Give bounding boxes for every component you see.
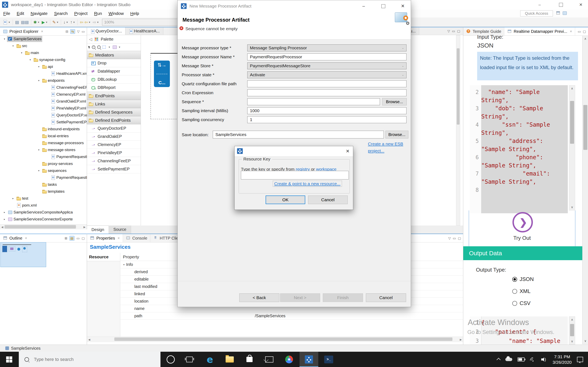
dialog-close-button[interactable]: ✕ [342,146,353,156]
forward-button[interactable]: ⇨▼ [92,18,100,26]
panel-vertical-scrollbar[interactable]: ∧ ∨ [582,35,588,344]
marquee-tool-icon[interactable] [103,46,106,49]
tree-item[interactable]: ▸ test [0,195,87,202]
perspective-icon[interactable] [556,11,561,16]
palette-entry[interactable]: QueryDoctorEP [87,124,141,133]
properties-horizontal-scrollbar[interactable]: ◀ ▶ [87,337,463,342]
expand-arrow-icon[interactable]: ▾ [11,44,16,47]
menu-item[interactable]: File [0,11,13,16]
field-input[interactable]: 1000 [247,107,406,114]
tree-item[interactable]: tasks [0,181,87,188]
expand-arrow-icon[interactable]: ▸ [11,197,16,200]
input-json-scrollbar[interactable]: ∧ ∨ [569,85,575,210]
maximize-view-icon[interactable]: ▢ [82,236,85,240]
minimize-view-icon[interactable]: ▭ [453,236,456,240]
editor-mode-tab[interactable]: Design [87,225,109,234]
tree-item[interactable]: SettlePaymentEP.xml [0,119,87,125]
tree-item[interactable]: PineValleyEP.xml [0,105,87,112]
panel-tab[interactable]: Console ✕ [123,234,150,242]
tree-item[interactable]: GrandOakEP.xml [0,98,87,105]
window-minimize-button[interactable]: – [532,0,547,9]
tree-item[interactable]: pom.xml [0,202,87,209]
menu-item[interactable]: Project [71,11,91,16]
scroll-down-icon[interactable]: ∨ [569,204,575,210]
field-dropdown[interactable]: Message Sampling Processor ⌄ [247,44,406,51]
tree-item[interactable]: ▸ SampleServicesConnectorExporte [0,216,87,223]
action-center-icon[interactable] [577,357,583,362]
taskbar-mail[interactable] [260,352,279,367]
field-dropdown[interactable]: PaymentRequestMessageStore ⌄ [247,62,406,69]
scrollbar-thumb[interactable] [570,101,574,144]
battery-icon[interactable] [518,358,525,361]
minimize-view-icon[interactable]: ▭ [82,30,85,33]
start-button[interactable] [0,352,18,367]
maximize-view-icon[interactable]: ▢ [583,30,586,33]
task-view-button[interactable] [180,352,199,367]
canvas-vertical-scrollbar[interactable] [456,35,460,225]
output-json-scrollbar[interactable]: ∧ ∨ [569,317,575,345]
taskbar-edge[interactable]: e [200,352,219,367]
search-input[interactable] [34,357,136,362]
expand-arrow-icon[interactable]: ▾ [122,263,126,266]
palette-entry[interactable]: GrandOakEP [87,133,141,141]
tree-item[interactable]: local-entries [0,133,87,140]
collapse-palette-icon[interactable]: ◁ [89,37,92,42]
palette-entry[interactable]: SettlePaymentEP [87,165,141,173]
note-tool-icon[interactable] [112,45,116,49]
minimize-view-icon[interactable]: ▭ [77,236,80,240]
finish-button[interactable]: Finish [323,293,363,302]
tree-item[interactable]: ▾ synapse-config [0,56,87,63]
palette-entry[interactable]: DataMapper [87,67,141,75]
scroll-up-icon[interactable]: ∧ [569,85,575,92]
back-button[interactable]: ⇦ ⇦▼ [79,18,92,26]
menu-item[interactable]: Edit [13,11,27,16]
menu-item[interactable]: Help [127,11,142,16]
view-menu-icon[interactable]: ▽ [447,29,450,33]
view-menu-icon[interactable]: ▽ [77,30,80,33]
expand-arrow-icon[interactable]: ▾ [28,58,33,61]
palette-entry[interactable]: Defined Sequences [87,108,141,116]
close-tab-icon[interactable]: ✕ [41,30,43,33]
expand-arrow-icon[interactable]: ▸ [2,218,7,221]
tree-item[interactable]: message-processors [0,140,87,146]
try-out-button[interactable]: ❯ [512,212,533,233]
palette-entry[interactable]: Defined EndPoints [87,116,141,124]
tree-item[interactable]: ▾ SampleServices [0,35,87,42]
panel-tab[interactable]: Realtime Datamapper Previ... ✕ [504,27,575,35]
new-wizard-button[interactable]: ▼ [2,18,11,26]
dialog-maximize-button[interactable] [378,0,389,12]
palette-entry[interactable]: PineValleyEP [87,149,141,157]
maximize-view-icon[interactable]: ▢ [458,236,461,240]
quick-access-box[interactable]: Quick Access [520,10,553,17]
editor-mode-tab[interactable]: Source [109,225,131,234]
create-new-resource-link[interactable]: Create & point to a new resource... [273,181,342,187]
panel-tab[interactable]: Properties ✕ [87,234,123,242]
editor-tab[interactable]: QueryDoctor... [87,27,125,35]
save-location-input[interactable]: SampleServices [213,131,384,138]
volume-icon[interactable]: ) [541,357,547,362]
scroll-left-icon[interactable]: ◀ [87,337,91,342]
palette-entry[interactable]: ChannelingFeeEP [87,157,141,165]
cortana-button[interactable] [161,352,180,367]
open-perspective-icon[interactable] [562,11,567,16]
import-button[interactable]: ↓▼ [62,18,69,26]
cancel-button[interactable]: Cancel [366,293,406,302]
taskbar-store[interactable] [240,352,259,367]
close-tab-icon[interactable]: ✕ [117,236,120,240]
scroll-right-icon[interactable]: ▶ [458,337,463,342]
scroll-up-icon[interactable]: ∧ [582,36,588,42]
link-editor-icon[interactable]: ⇆ [70,29,75,34]
create-esb-project-link[interactable]: Create a new ESB project... [368,141,408,154]
scrollbar-thumb[interactable] [583,105,587,150]
export-button[interactable]: ↑▼ [69,18,76,26]
tree-item[interactable]: inbound-endpoints [0,125,87,133]
resource-key-input[interactable] [241,171,349,179]
expand-arrow-icon[interactable]: ▾ [36,65,41,68]
palette-entry[interactable]: Drop [87,59,141,67]
menu-item[interactable]: Window [105,11,127,16]
menu-item[interactable]: Navigate [27,11,51,16]
scrollbar-thumb[interactable] [570,324,574,336]
taskbar-search-box[interactable] [19,352,160,367]
zoom-out-icon[interactable]: – [97,45,101,49]
expand-arrow-icon[interactable]: ▾ [36,169,41,172]
